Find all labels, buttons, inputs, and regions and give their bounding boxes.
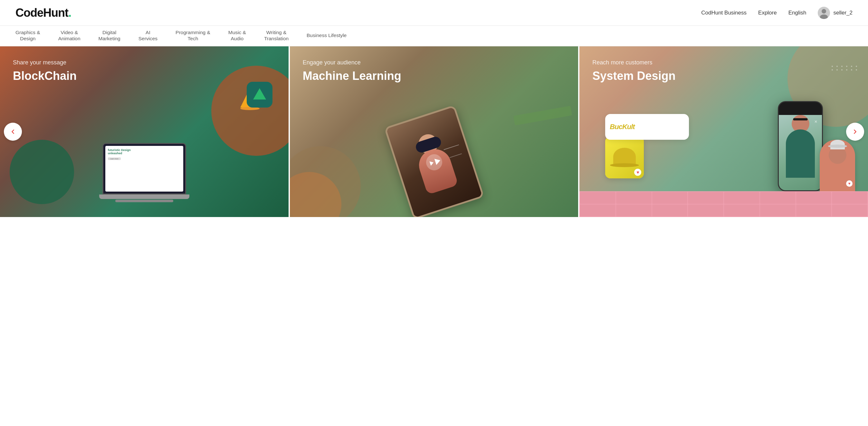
category-nav: Graphics &Design Video &Animation Digita…: [0, 26, 868, 46]
carousel-next-button[interactable]: [846, 123, 864, 141]
card-2-title: Machine Learning: [303, 69, 412, 83]
header: CodeHunt. CodHunt Business Explore Engli…: [0, 0, 868, 26]
carousel-card-system-design: ✕ ♥ BucKult: [578, 46, 868, 217]
nav-business[interactable]: CodHunt Business: [701, 10, 747, 16]
svg-point-1: [822, 9, 826, 13]
logo-text: CodeHunt: [16, 6, 68, 19]
card-1-title: BlockChain: [13, 69, 122, 83]
carousel-card-ml: Engage your audience Machine Learning: [288, 46, 579, 217]
card-3-subtitle: Reach more customers: [592, 59, 855, 66]
card-1-subtitle: Share your message: [13, 59, 276, 66]
card-2-subtitle: Engage your audience: [303, 59, 565, 66]
cat-graphics-design[interactable]: Graphics &Design: [16, 26, 49, 46]
carousel-prev-button[interactable]: [4, 123, 22, 141]
cat-writing-translation[interactable]: Writing &Translation: [255, 26, 298, 46]
main-nav: CodHunt Business Explore English seller_…: [701, 7, 852, 19]
cat-digital-marketing[interactable]: DigitalMarketing: [90, 26, 129, 46]
cat-ai-services[interactable]: AIServices: [129, 26, 166, 46]
user-menu[interactable]: seller_2: [818, 7, 852, 19]
card-3-overlay: Reach more customers System Design: [580, 46, 868, 217]
logo-dot: .: [68, 6, 71, 19]
nav-language[interactable]: English: [788, 10, 806, 16]
username: seller_2: [833, 10, 852, 16]
nav-explore[interactable]: Explore: [758, 10, 777, 16]
cat-business-lifestyle[interactable]: Business Lifestyle: [298, 26, 355, 46]
cat-music-audio[interactable]: Music &Audio: [219, 26, 255, 46]
cat-programming-tech[interactable]: Programming &Tech: [166, 26, 219, 46]
avatar: [818, 7, 830, 19]
logo[interactable]: CodeHunt.: [16, 6, 71, 20]
carousel-card-blockchain: futuristic Designunleashed Learn more Sh…: [0, 46, 288, 217]
carousel: futuristic Designunleashed Learn more Sh…: [0, 46, 868, 217]
card-1-overlay: Share your message BlockChain: [0, 46, 288, 217]
card-3-title: System Design: [592, 69, 702, 83]
card-2-overlay: Engage your audience Machine Learning: [290, 46, 579, 217]
cat-video-animation[interactable]: Video &Animation: [49, 26, 90, 46]
